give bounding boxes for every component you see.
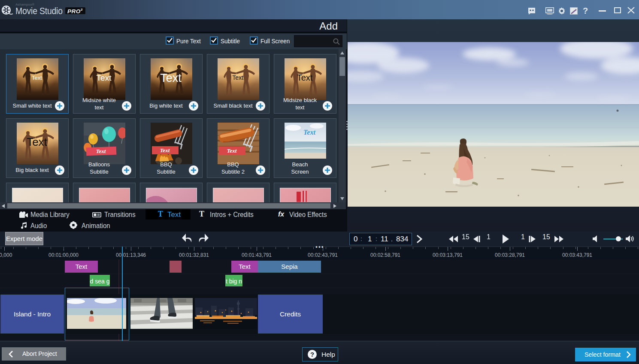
svg-text:Text: Text [303,129,315,136]
svg-text:Text: Text [160,72,182,84]
svg-text:Text: Text [232,74,243,81]
svg-text:Text: Text [32,75,42,81]
svg-text:Text: Text [227,147,237,154]
svg-text:Text: Text [96,148,106,154]
svg-text:Text: Text [97,73,112,82]
svg-text:Text: Text [27,135,47,148]
svg-text:Text: Text [160,147,170,153]
svg-text:Text: Text [297,73,313,82]
